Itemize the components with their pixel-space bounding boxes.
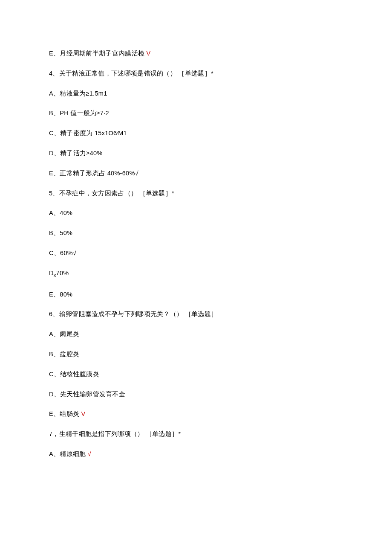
line-text: D、精子活力≥40% [49, 150, 102, 157]
line-text: E、正常精子形态占 40%-60%√ [49, 170, 138, 177]
line-text: C、结核性腹膜炎 [49, 371, 99, 378]
text-line: A、精原细胞 √ [49, 450, 345, 458]
text-line: Dx70% [49, 269, 345, 279]
line-text: 7，生精干细胞是指下列哪项（） ［单选题］* [49, 430, 181, 437]
text-line: B、PH 值一般为≥7·2 [49, 109, 345, 117]
text-line: C、60%√ [49, 249, 345, 257]
text-line: C、精子密度为 15x1O6⁄M1 [49, 129, 345, 137]
line-text: 6、输卵管阻塞造成不孕与下列哪项无关？（） ［单选题］ [49, 311, 217, 317]
line-text: E、月经周期前半期子宫内膜活检 [49, 50, 147, 57]
check-mark: V [147, 50, 151, 57]
line-text: E、结肠炎 [49, 410, 81, 417]
line-text: B、50% [49, 230, 72, 236]
text-line: C、结核性腹膜炎 [49, 370, 345, 378]
text-line: 5、不孕症中，女方因素占（） ［单选题］* [49, 189, 345, 198]
option-letter: D [49, 270, 54, 276]
line-text: 4、关于精液正常值，下述哪项是错误的（） ［单选题］* [49, 70, 213, 77]
text-line: A、精液量为≥1.5m1 [49, 89, 345, 98]
text-line: D、精子活力≥40% [49, 149, 345, 157]
text-line: E、月经周期前半期子宫内膜活检 V [49, 49, 345, 58]
check-mark: √ [88, 450, 91, 457]
check-mark: V [81, 410, 86, 417]
text-line: B、50% [49, 229, 345, 237]
line-text: E、80% [49, 291, 72, 298]
line-text: A、40% [49, 209, 72, 216]
text-line: E、结肠炎 V [49, 410, 345, 418]
document-content: E、月经周期前半期子宫内膜活检 V4、关于精液正常值，下述哪项是错误的（） ［单… [49, 49, 345, 458]
text-line: E、80% [49, 290, 345, 299]
text-line: B、盆腔炎 [49, 350, 345, 358]
line-text: 5、不孕症中，女方因素占（） ［单选题］* [49, 190, 174, 197]
text-line: 7，生精干细胞是指下列哪项（） ［单选题］* [49, 430, 345, 438]
line-text: A、阑尾炎 [49, 331, 79, 337]
option-text: 70% [56, 270, 69, 276]
text-line: A、40% [49, 209, 345, 217]
line-text: B、盆腔炎 [49, 351, 79, 357]
text-line: E、正常精子形态占 40%-60%√ [49, 169, 345, 177]
line-text: A、精原细胞 [49, 450, 88, 457]
line-text: C、精子密度为 15x1O6⁄M1 [49, 130, 127, 137]
text-line: 6、输卵管阻塞造成不孕与下列哪项无关？（） ［单选题］ [49, 310, 345, 318]
line-text: C、60%√ [49, 250, 76, 256]
line-text: B、PH 值一般为≥7·2 [49, 110, 109, 116]
line-text: A、精液量为≥1.5m1 [49, 90, 107, 97]
text-line: 4、关于精液正常值，下述哪项是错误的（） ［单选题］* [49, 69, 345, 78]
text-line: A、阑尾炎 [49, 330, 345, 338]
text-line: D、先天性输卵管发育不全 [49, 390, 345, 398]
line-text: D、先天性输卵管发育不全 [49, 391, 125, 398]
